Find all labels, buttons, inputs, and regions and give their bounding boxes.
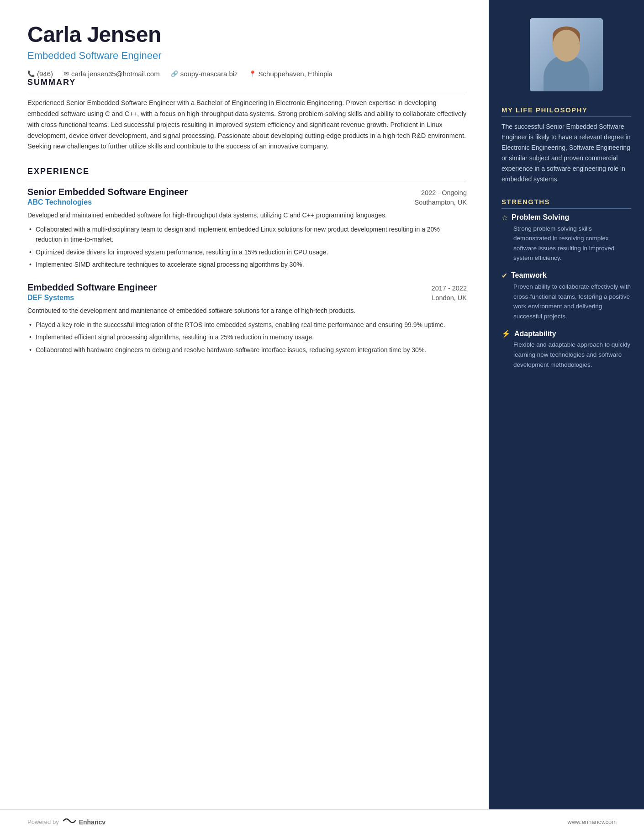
experience-divider <box>27 181 467 181</box>
exp-desc-2: Contributed to the development and maint… <box>27 306 467 316</box>
exp-bullets-2: Played a key role in the successful inte… <box>27 320 467 355</box>
enhancv-brand-text: Enhancv <box>79 818 106 826</box>
website-text: soupy-mascara.biz <box>180 70 238 78</box>
life-philosophy-section: MY LIFE PHILOSOPHY The successful Senior… <box>501 106 631 185</box>
strength-desc-3: Flexible and adaptable approach to quick… <box>501 340 631 369</box>
strength-header-3: ⚡ Adaptability <box>501 329 631 338</box>
powered-by-text: Powered by <box>27 818 59 825</box>
strength-name-2: Teamwork <box>511 271 547 280</box>
strength-name-3: Adaptability <box>514 330 556 338</box>
phone-text: (946) <box>37 70 53 78</box>
strength-header-2: ✔ Teamwork <box>501 271 631 280</box>
bullet-1-3: Implemented SIMD architecture techniques… <box>27 259 467 269</box>
exp-job-title-1: Senior Embedded Software Engineer <box>27 187 188 197</box>
bullet-1-2: Optimized device drivers for improved sy… <box>27 247 467 257</box>
checkmark-icon: ✔ <box>501 271 507 280</box>
footer-left: Powered by Enhancv <box>27 816 106 828</box>
exp-entry-1: Senior Embedded Software Engineer 2022 -… <box>27 187 467 269</box>
strength-desc-2: Proven ability to collaborate effectivel… <box>501 282 631 321</box>
photo-container <box>530 18 603 91</box>
footer-website: www.enhancv.com <box>568 818 617 825</box>
experience-title: EXPERIENCE <box>27 167 467 176</box>
email-item: ✉ carla.jensen35@hotmail.com <box>64 70 160 78</box>
exp-company-row-2: DEF Systems London, UK <box>27 294 467 302</box>
name-title-block: Carla Jensen Embedded Software Engineer <box>27 23 467 62</box>
email-icon: ✉ <box>64 70 69 77</box>
enhancv-logo: Enhancv <box>63 816 106 828</box>
exp-dates-1: 2022 - Ongoing <box>421 189 467 196</box>
bullet-1-1: Collaborated with a multi-disciplinary t… <box>27 224 467 245</box>
right-column: MY LIFE PHILOSOPHY The successful Senior… <box>489 0 644 809</box>
exp-entry-2: Embedded Software Engineer 2017 - 2022 D… <box>27 282 467 355</box>
email-text: carla.jensen35@hotmail.com <box>71 70 160 78</box>
strengths-section: STRENGTHS ☆ Problem Solving Strong probl… <box>501 198 631 378</box>
exp-header-2: Embedded Software Engineer 2017 - 2022 <box>27 282 467 293</box>
candidate-title: Embedded Software Engineer <box>27 50 467 62</box>
exp-dates-2: 2017 - 2022 <box>432 285 467 292</box>
candidate-name: Carla Jensen <box>27 23 467 47</box>
summary-title: SUMMARY <box>27 78 467 87</box>
link-icon: 🔗 <box>171 70 178 77</box>
strength-desc-1: Strong problem-solving skills demonstrat… <box>501 224 631 263</box>
experience-section: EXPERIENCE Senior Embedded Software Engi… <box>27 167 467 355</box>
location-text: Schuppehaven, Ethiopia <box>259 70 333 78</box>
svg-rect-4 <box>553 36 580 45</box>
summary-section: SUMMARY Experienced Senior Embedded Soft… <box>27 78 467 153</box>
contact-info: 📞 (946) ✉ carla.jensen35@hotmail.com 🔗 s… <box>27 70 467 78</box>
bullet-2-1: Played a key role in the successful inte… <box>27 320 467 330</box>
life-philosophy-title: MY LIFE PHILOSOPHY <box>501 106 631 117</box>
exp-company-row-1: ABC Technologies Southampton, UK <box>27 198 467 206</box>
exp-location-1: Southampton, UK <box>415 199 467 206</box>
strength-item-3: ⚡ Adaptability Flexible and adaptable ap… <box>501 329 631 369</box>
strength-header-1: ☆ Problem Solving <box>501 213 631 222</box>
phone-icon: 📞 <box>27 70 35 77</box>
exp-company-1: ABC Technologies <box>27 198 92 206</box>
svg-rect-6 <box>563 55 570 63</box>
star-icon: ☆ <box>501 213 508 222</box>
location-icon: 📍 <box>249 70 256 77</box>
exp-bullets-1: Collaborated with a multi-disciplinary t… <box>27 224 467 270</box>
adaptability-icon: ⚡ <box>501 329 511 338</box>
strengths-title: STRENGTHS <box>501 198 631 209</box>
svg-point-3 <box>553 26 580 45</box>
profile-photo <box>530 18 603 91</box>
exp-desc-1: Developed and maintained embedded softwa… <box>27 210 467 220</box>
enhancv-logo-icon <box>63 816 76 828</box>
exp-header-1: Senior Embedded Software Engineer 2022 -… <box>27 187 467 197</box>
summary-text: Experienced Senior Embedded Software Eng… <box>27 98 467 153</box>
exp-location-2: London, UK <box>432 294 467 301</box>
website-item: 🔗 soupy-mascara.biz <box>171 70 238 78</box>
bullet-2-3: Collaborated with hardware engineers to … <box>27 345 467 355</box>
strength-item-2: ✔ Teamwork Proven ability to collaborate… <box>501 271 631 321</box>
strength-item-1: ☆ Problem Solving Strong problem-solving… <box>501 213 631 263</box>
footer: Powered by Enhancv www.enhancv.com <box>0 809 644 834</box>
phone-item: 📞 (946) <box>27 70 53 78</box>
exp-company-2: DEF Systems <box>27 294 74 302</box>
svg-point-2 <box>554 29 579 58</box>
svg-point-5 <box>546 59 587 91</box>
summary-divider <box>27 92 467 92</box>
exp-job-title-2: Embedded Software Engineer <box>27 282 157 293</box>
bullet-2-2: Implemented efficient signal processing … <box>27 332 467 342</box>
life-philosophy-text: The successful Senior Embedded Software … <box>501 121 631 185</box>
location-item: 📍 Schuppehaven, Ethiopia <box>249 70 333 78</box>
strength-name-1: Problem Solving <box>512 213 569 222</box>
